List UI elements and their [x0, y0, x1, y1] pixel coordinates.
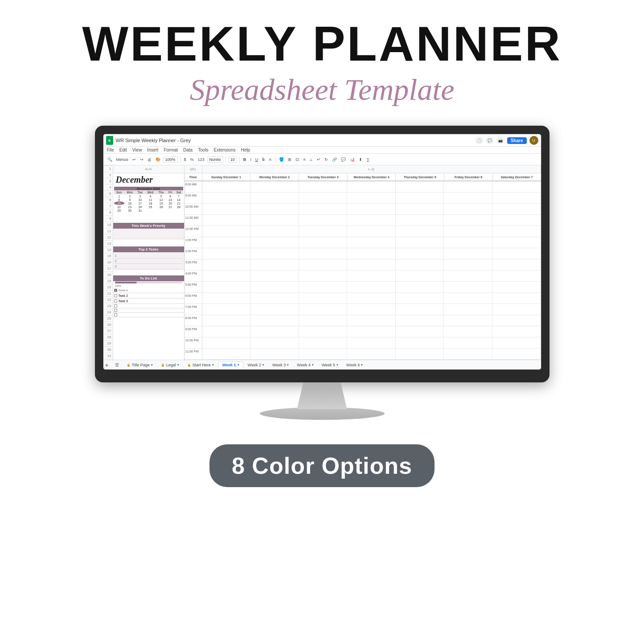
day-cell[interactable] [492, 315, 541, 326]
rotate-btn[interactable]: ↻ [323, 156, 329, 163]
fillcolor-btn[interactable]: 🪣 [278, 156, 285, 163]
day-cell[interactable] [202, 293, 251, 304]
day-cell[interactable] [347, 204, 396, 214]
tab-week2[interactable]: Week 2 ▾ [244, 362, 268, 368]
day-cell[interactable] [347, 282, 396, 292]
checkbox-3[interactable] [114, 299, 117, 303]
tab-week5[interactable]: Week 5 ▾ [318, 362, 342, 368]
day-cell[interactable] [396, 237, 444, 248]
day-cell[interactable] [396, 337, 444, 348]
day-cell[interactable] [202, 282, 251, 292]
font-selector[interactable]: Nunito [207, 156, 223, 163]
day-cell[interactable] [492, 248, 541, 259]
tab-start-here[interactable]: 🔒 Start Here ▾ [184, 362, 217, 368]
tab-week1[interactable]: Week 1 ▾ [218, 361, 243, 368]
search-btn[interactable]: 🔍 [106, 156, 114, 163]
day-cell[interactable] [202, 248, 251, 259]
day-cell[interactable] [444, 337, 492, 348]
day-cell[interactable] [347, 293, 396, 304]
checkbox-4[interactable] [114, 304, 117, 308]
day-cell[interactable] [444, 326, 492, 337]
day-cell[interactable] [202, 349, 251, 359]
day-cell[interactable] [299, 204, 348, 214]
day-cell[interactable] [250, 315, 299, 326]
day-cell[interactable] [250, 337, 299, 348]
checkbox-5[interactable] [114, 309, 117, 312]
bold-btn[interactable]: B [242, 156, 248, 163]
share-button[interactable]: Share [507, 137, 527, 144]
day-cell[interactable] [492, 349, 541, 359]
chart-btn[interactable]: 📊 [349, 156, 356, 163]
menu-edit[interactable]: Edit [119, 147, 128, 153]
tab-title-page[interactable]: 🔒 Title Page ▾ [123, 362, 156, 368]
day-cell[interactable] [299, 181, 348, 192]
day-cell[interactable] [347, 271, 396, 281]
tab-week4[interactable]: Week 4 ▾ [293, 362, 317, 368]
day-cell[interactable] [299, 349, 348, 359]
day-cell[interactable] [492, 215, 541, 226]
day-cell[interactable] [250, 282, 299, 292]
day-cell[interactable] [202, 271, 251, 281]
day-cell[interactable] [202, 215, 251, 226]
day-cell[interactable] [492, 193, 541, 203]
checkbox-1[interactable]: ✓ [114, 289, 117, 292]
italic-btn[interactable]: I [249, 156, 253, 163]
day-cell[interactable] [250, 259, 299, 270]
day-cell[interactable] [347, 226, 396, 237]
day-cell[interactable] [347, 315, 396, 326]
menu-insert[interactable]: Insert [146, 147, 159, 153]
day-cell[interactable] [396, 271, 444, 281]
day-cell[interactable] [396, 326, 444, 337]
fontsize-selector[interactable]: 10 [228, 156, 237, 163]
day-cell[interactable] [347, 304, 396, 315]
day-cell[interactable] [492, 271, 541, 281]
day-cell[interactable] [396, 293, 444, 304]
day-cell[interactable] [250, 237, 299, 248]
day-cell[interactable] [202, 181, 251, 192]
borders-btn[interactable]: ⊞ [287, 156, 293, 163]
day-cell[interactable] [492, 181, 541, 192]
tab-legal[interactable]: 🔒 Legal ▾ [157, 362, 183, 368]
day-cell[interactable] [492, 226, 541, 237]
number-btn[interactable]: 123 [197, 156, 206, 163]
day-cell[interactable] [202, 237, 251, 248]
tab-week3[interactable]: Week 3 ▾ [269, 362, 292, 368]
day-cell[interactable] [347, 349, 396, 359]
day-cell[interactable] [250, 271, 299, 281]
checkbox-6[interactable] [114, 313, 117, 316]
day-cell[interactable] [347, 237, 396, 248]
day-cell[interactable] [492, 304, 541, 315]
day-cell[interactable] [202, 337, 251, 348]
day-cell[interactable] [202, 315, 251, 326]
comment-btn[interactable]: 💬 [340, 156, 347, 163]
wrap-btn[interactable]: ↵ [316, 156, 322, 163]
day-cell[interactable] [444, 271, 492, 281]
day-cell[interactable] [347, 259, 396, 270]
valign-btn[interactable]: ⊥ [308, 156, 314, 163]
day-cell[interactable] [492, 337, 541, 348]
day-cell[interactable] [250, 193, 299, 203]
undo-btn[interactable]: ↩ [131, 156, 137, 163]
day-cell[interactable] [347, 248, 396, 259]
day-cell[interactable] [299, 315, 348, 326]
day-cell[interactable] [492, 259, 541, 270]
menu-data[interactable]: Data [182, 147, 193, 153]
day-cell[interactable] [396, 193, 444, 203]
menu-help[interactable]: Help [240, 147, 251, 153]
day-cell[interactable] [396, 315, 444, 326]
day-cell[interactable] [299, 337, 348, 348]
day-cell[interactable] [250, 326, 299, 337]
day-cell[interactable] [299, 271, 348, 281]
add-sheet-btn[interactable]: + [105, 361, 114, 369]
tab-week6[interactable]: Week 6 ▾ [343, 362, 366, 368]
formula-btn[interactable]: ∑ [365, 156, 370, 163]
day-cell[interactable] [250, 248, 299, 259]
checkbox-2[interactable] [114, 294, 117, 297]
day-cell[interactable] [202, 326, 251, 337]
day-cell[interactable] [347, 181, 396, 192]
menu-format[interactable]: Format [163, 147, 179, 153]
day-cell[interactable] [492, 237, 541, 248]
merge-btn[interactable]: ⊡ [294, 156, 300, 163]
day-cell[interactable] [444, 204, 492, 214]
percent-btn[interactable]: % [189, 156, 195, 163]
